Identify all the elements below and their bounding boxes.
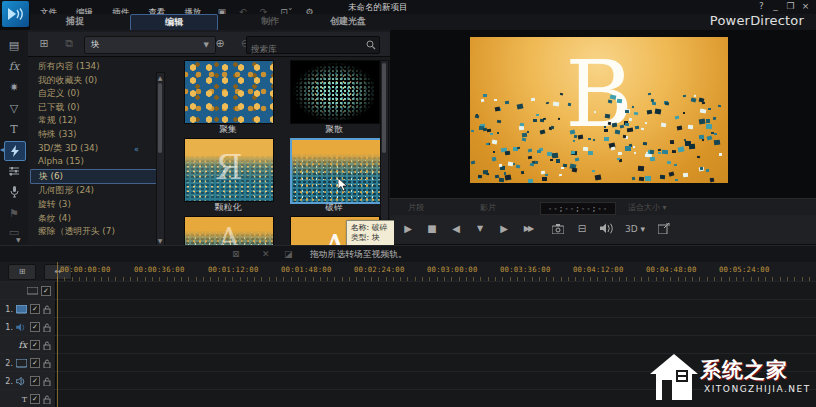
import-media-icon[interactable]: ⊞ — [34, 32, 54, 56]
category-favorites[interactable]: 我的收藏夹 (0) — [30, 74, 158, 88]
rail-more-chevron-icon[interactable]: ▼ — [16, 236, 21, 243]
volume-button[interactable] — [596, 219, 616, 239]
track-lane[interactable] — [56, 318, 816, 336]
record-button[interactable]: ▼ — [470, 219, 490, 239]
effect-room-icon[interactable]: fx — [4, 57, 24, 75]
lock-icon[interactable] — [43, 323, 51, 332]
paste-icon[interactable]: ⧉ — [59, 32, 79, 56]
track-enable-checkbox[interactable]: ✓ — [30, 358, 40, 368]
subtitle-room-icon[interactable]: ▭ — [4, 223, 24, 241]
track-enable-checkbox[interactable]: ✓ — [41, 286, 51, 296]
tab-produce[interactable]: 制作 — [250, 14, 290, 29]
transition-thumb-granulate[interactable]: Я — [184, 138, 274, 202]
help-button[interactable]: ? — [755, 0, 768, 13]
ruler-tick: 00:01:48:00 — [281, 265, 332, 274]
lock-icon[interactable] — [43, 395, 51, 404]
track-lane[interactable] — [56, 282, 816, 300]
status-message: 拖动所选转场至视频轨。 — [310, 246, 407, 263]
movie-mode-toggle[interactable]: 影片 — [480, 199, 496, 216]
grid-scrollbar[interactable]: ▼ — [380, 60, 389, 245]
timecode-display[interactable]: --;--;--;-- — [540, 202, 616, 215]
playhead[interactable] — [57, 262, 58, 407]
transition-thumb-gather[interactable] — [184, 60, 274, 124]
title-bar: 文件 编辑 插件 查看 播放 ▣ ↶ ↷ ⊡˅ ⚙ 未命名的新项目 ? _ ❐ … — [0, 0, 816, 14]
tab-capture[interactable]: 捕捉 — [55, 14, 95, 29]
transition-thumb-partial-left[interactable]: A — [184, 216, 274, 245]
transition-behavior-icon[interactable]: ⊠ — [232, 247, 240, 262]
stop-button[interactable]: ■ — [422, 219, 442, 239]
collapse-rail-handle[interactable]: ◂ — [0, 145, 4, 154]
tab-edit[interactable]: 编辑 — [130, 14, 218, 31]
undock-preview-button[interactable] — [654, 219, 674, 239]
category-rotate[interactable]: 旋转 (3) — [30, 198, 158, 212]
lock-icon[interactable] — [43, 305, 51, 314]
search-input[interactable] — [247, 42, 363, 56]
transition-room-icon[interactable] — [4, 141, 26, 161]
clip-mode-toggle[interactable]: 片段 — [408, 199, 424, 216]
minimize-button[interactable]: _ — [769, 0, 782, 13]
collapse-categories-handle[interactable]: « — [134, 145, 139, 154]
category-stripes[interactable]: 条纹 (4) — [30, 212, 158, 226]
cross-transition-icon[interactable]: ✕ — [262, 247, 270, 262]
category-alpha[interactable]: Alpha (15) — [30, 155, 158, 169]
fit-size-dropdown[interactable]: 适合大小 ▾ — [628, 199, 667, 216]
category-general[interactable]: 常规 (12) — [30, 114, 158, 128]
category-block[interactable]: 块 (6) — [30, 169, 158, 185]
track-enable-checkbox[interactable]: ✓ — [30, 340, 40, 350]
track-enable-checkbox[interactable]: ✓ — [30, 376, 40, 386]
media-room-icon[interactable]: ▤ — [4, 36, 24, 54]
fast-forward-button[interactable]: ▶▶ — [518, 219, 538, 239]
previous-frame-button[interactable]: ◀ — [446, 219, 466, 239]
audio-mixing-room-icon[interactable] — [4, 162, 24, 180]
pip-objects-room-icon[interactable]: ✷ — [4, 78, 24, 96]
snapshot-button[interactable] — [548, 219, 568, 239]
ruler-tick: 00:02:24:00 — [354, 265, 405, 274]
transition-thumb-shatter[interactable] — [290, 138, 382, 204]
category-scrollbar[interactable]: ▲ ▼ — [156, 72, 165, 246]
maximize-button[interactable]: ❐ — [784, 0, 797, 13]
track-enable-checkbox[interactable]: ✓ — [30, 394, 40, 404]
track-enable-checkbox[interactable]: ✓ — [30, 304, 40, 314]
category-special[interactable]: 特殊 (33) — [30, 128, 158, 142]
scroll-up-icon[interactable]: ▲ — [157, 74, 163, 81]
track-manager-button[interactable]: ⊞ — [8, 264, 36, 280]
scroll-down-icon[interactable]: ▼ — [157, 237, 163, 244]
category-geometry[interactable]: 几何图形 (24) — [30, 184, 158, 198]
transition-thumb-scatter[interactable] — [290, 60, 380, 124]
close-button[interactable]: × — [799, 0, 812, 13]
logo-glyph — [7, 7, 25, 21]
tab-create-disc[interactable]: 创建光盘 — [318, 14, 378, 29]
powerdirector-window: 文件 编辑 插件 查看 播放 ▣ ↶ ↷ ⊡˅ ⚙ 未命名的新项目 ? _ ❐ … — [0, 0, 816, 407]
filter-value: 块 — [91, 39, 100, 49]
preview-frame[interactable]: B — [470, 37, 728, 183]
next-frame-button[interactable]: ▶ — [494, 219, 514, 239]
lock-icon[interactable] — [43, 359, 51, 368]
voiceover-room-icon[interactable] — [4, 183, 24, 201]
transport-bar: ▶ ■ ◀ ▼ ▶ ▶▶ ⊟ 3D ▾ — [390, 215, 816, 244]
video-track-icon — [16, 359, 27, 368]
category-filter-dropdown[interactable]: 块 ▼ — [84, 36, 216, 54]
track-enable-checkbox[interactable]: ✓ — [30, 322, 40, 332]
lock-icon[interactable] — [43, 341, 51, 350]
category-downloaded[interactable]: 已下载 (0) — [30, 101, 158, 115]
particle-room-icon[interactable]: ▽ — [4, 99, 24, 117]
preview-quality-button[interactable]: ⊟ — [572, 219, 592, 239]
category-all[interactable]: 所有内容 (134) — [30, 60, 158, 74]
category-wipe[interactable]: 擦除（透明开头 (7) — [30, 225, 158, 239]
house-logo-icon — [648, 352, 700, 404]
scrollbar-thumb[interactable] — [382, 63, 386, 153]
3d-mode-button[interactable]: 3D ▾ — [622, 219, 648, 239]
track-lane[interactable] — [56, 300, 816, 318]
track-number: 1. — [5, 305, 13, 314]
play-button[interactable]: ▶ — [398, 219, 418, 239]
chapter-room-icon[interactable]: ⚑ — [4, 204, 24, 222]
search-icon[interactable] — [366, 40, 376, 50]
track-header: ✓ — [0, 282, 56, 300]
track-header: 2. ✓ — [0, 372, 56, 390]
category-custom[interactable]: 自定义 (0) — [30, 87, 158, 101]
overlap-transition-icon[interactable]: ◪ — [284, 247, 293, 262]
title-room-icon[interactable]: T — [4, 120, 24, 138]
scrollbar-thumb[interactable] — [158, 83, 162, 153]
lock-icon[interactable] — [43, 377, 51, 386]
library-toolbar: ⊞ ⧉ 块 ▼ ⊕ ⊖ ▦ ◨ — [28, 32, 390, 57]
